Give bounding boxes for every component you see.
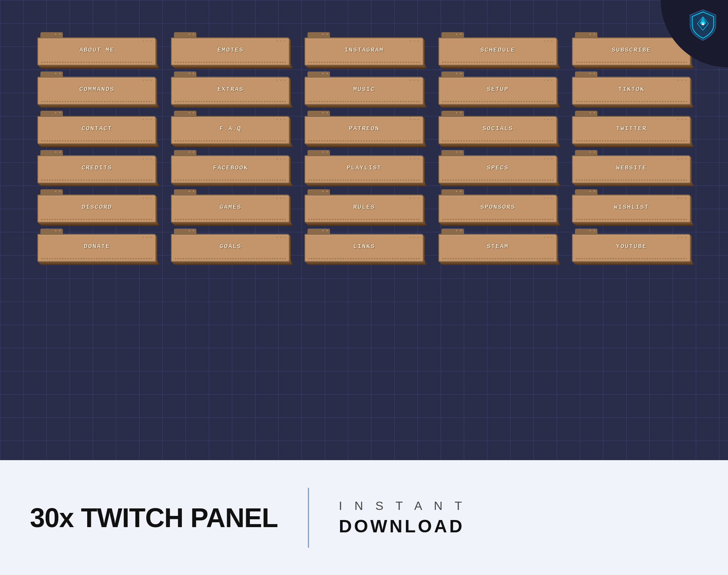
folder-body-credits: CREDITS: [37, 155, 156, 183]
panel-steam[interactable]: STEAM: [438, 234, 557, 262]
panel-specs[interactable]: SPECS: [438, 155, 557, 183]
panel-schedule[interactable]: SCHEDULE: [438, 37, 557, 65]
panel-facebook[interactable]: FACEBOOK: [171, 155, 290, 183]
folder-body-goals: GOALS: [171, 234, 290, 262]
panel-twitter[interactable]: TWITTER: [572, 116, 691, 144]
folder-shape-instagram: INSTAGRAM: [305, 37, 423, 65]
folder-tab-steam: [441, 229, 464, 234]
panel-label-about-me: ABOUT ME: [43, 43, 151, 56]
panel-text-commands: COMMANDS: [79, 86, 114, 93]
folder-body-faq: F.A.Q: [171, 116, 290, 144]
panel-label-playlist: PLAYLIST: [310, 161, 418, 174]
panel-text-youtube: YOUTUBE: [616, 243, 646, 250]
panel-about-me[interactable]: ABOUT ME: [37, 37, 156, 65]
folder-body-setup: SETUP: [438, 77, 557, 105]
folder-tab-setup: [441, 71, 464, 77]
panel-rules[interactable]: RULES: [305, 195, 423, 223]
folder-body-donate: DONATE: [37, 234, 156, 262]
folder-shape-sponsors: SPONSORS: [438, 195, 557, 223]
folder-body-contact: CONTACT: [37, 116, 156, 144]
folder-tab-wishlist: [575, 189, 597, 195]
panel-tiktok[interactable]: TIKTOK: [572, 77, 691, 105]
panel-discord[interactable]: DISCORD: [37, 195, 156, 223]
folder-shape-setup: SETUP: [438, 77, 557, 105]
panel-donate[interactable]: DONATE: [37, 234, 156, 262]
folder-tab-facebook: [174, 150, 196, 155]
folder-shape-faq: F.A.Q: [171, 116, 290, 144]
panel-socials[interactable]: SOCIALS: [438, 116, 557, 144]
folder-tab-specs: [441, 150, 464, 155]
panel-instagram[interactable]: INSTAGRAM: [305, 37, 423, 65]
panel-sponsors[interactable]: SPONSORS: [438, 195, 557, 223]
folder-tab-emotes: [174, 32, 196, 37]
panel-label-subscribe: SUBSCRIBE: [577, 43, 685, 56]
folder-body-youtube: YOUTUBE: [572, 234, 691, 262]
folder-shape-emotes: EMOTES: [171, 37, 290, 65]
folder-tab-sponsors: [441, 189, 464, 195]
folder-shape-socials: SOCIALS: [438, 116, 557, 144]
folder-body-schedule: SCHEDULE: [438, 37, 557, 65]
panel-text-schedule: SCHEDULE: [480, 46, 515, 53]
panel-music[interactable]: MUSIC: [305, 77, 423, 105]
panel-label-contact: CONTACT: [43, 122, 151, 135]
panel-website[interactable]: WEBSITE: [572, 155, 691, 183]
folder-tab-playlist: [308, 150, 330, 155]
folder-tab-twitter: [575, 111, 597, 116]
folder-shape-youtube: YOUTUBE: [572, 234, 691, 262]
panel-text-links: LINKS: [353, 243, 375, 250]
panel-commands[interactable]: COMMANDS: [37, 77, 156, 105]
panel-text-instagram: INSTAGRAM: [344, 46, 383, 53]
panel-text-games: GAMES: [220, 204, 242, 211]
logo-inner: [682, 4, 724, 46]
panel-text-twitter: TWITTER: [616, 125, 646, 132]
panel-label-website: WEBSITE: [577, 161, 685, 174]
folder-tab-socials: [441, 111, 464, 116]
folder-shape-subscribe: SUBSCRIBE: [572, 37, 691, 65]
folder-shape-playlist: PLAYLIST: [305, 155, 423, 183]
folder-body-commands: COMMANDS: [37, 77, 156, 105]
folder-tab-donate: [40, 229, 63, 234]
panel-games[interactable]: GAMES: [171, 195, 290, 223]
folder-shape-links: LINKS: [305, 234, 423, 262]
folder-tab-extras: [174, 71, 196, 77]
panel-links[interactable]: LINKS: [305, 234, 423, 262]
panel-text-setup: SETUP: [487, 86, 509, 93]
folder-shape-steam: STEAM: [438, 234, 557, 262]
panel-contact[interactable]: CONTACT: [37, 116, 156, 144]
panel-label-goals: GOALS: [176, 239, 284, 253]
panel-setup[interactable]: SETUP: [438, 77, 557, 105]
panel-text-about-me: ABOUT ME: [79, 46, 114, 53]
panel-credits[interactable]: CREDITS: [37, 155, 156, 183]
panel-faq[interactable]: F.A.Q: [171, 116, 290, 144]
panel-label-rules: RULES: [310, 200, 418, 214]
panel-subscribe[interactable]: SUBSCRIBE: [572, 37, 691, 65]
panel-wishlist[interactable]: WISHLIST: [572, 195, 691, 223]
folder-tab-patreon: [308, 111, 330, 116]
panel-text-emotes: EMOTES: [217, 46, 244, 53]
panel-goals[interactable]: GOALS: [171, 234, 290, 262]
panel-text-faq: F.A.Q: [220, 125, 242, 132]
panel-label-credits: CREDITS: [43, 161, 151, 174]
footer-title: 30x TWITCH PANEL: [30, 502, 278, 533]
folder-tab-credits: [40, 150, 63, 155]
panel-text-donate: DONATE: [83, 243, 110, 250]
panel-youtube[interactable]: YOUTUBE: [572, 234, 691, 262]
panel-emotes[interactable]: EMOTES: [171, 37, 290, 65]
panel-text-rules: RULES: [353, 204, 375, 211]
panel-playlist[interactable]: PLAYLIST: [305, 155, 423, 183]
folder-body-steam: STEAM: [438, 234, 557, 262]
folder-body-website: WEBSITE: [572, 155, 691, 183]
folder-body-rules: RULES: [305, 195, 423, 223]
folder-tab-subscribe: [575, 32, 597, 37]
folder-tab-games: [174, 189, 196, 195]
folder-shape-website: WEBSITE: [572, 155, 691, 183]
folder-body-socials: SOCIALS: [438, 116, 557, 144]
panel-text-tiktok: TIKTOK: [618, 86, 644, 93]
panel-patreon[interactable]: PATREON: [305, 116, 423, 144]
folder-body-facebook: FACEBOOK: [171, 155, 290, 183]
folder-shape-facebook: FACEBOOK: [171, 155, 290, 183]
folder-body-wishlist: WISHLIST: [572, 195, 691, 223]
panel-extras[interactable]: EXTRAS: [171, 77, 290, 105]
folder-body-discord: DISCORD: [37, 195, 156, 223]
panel-label-links: LINKS: [310, 239, 418, 253]
